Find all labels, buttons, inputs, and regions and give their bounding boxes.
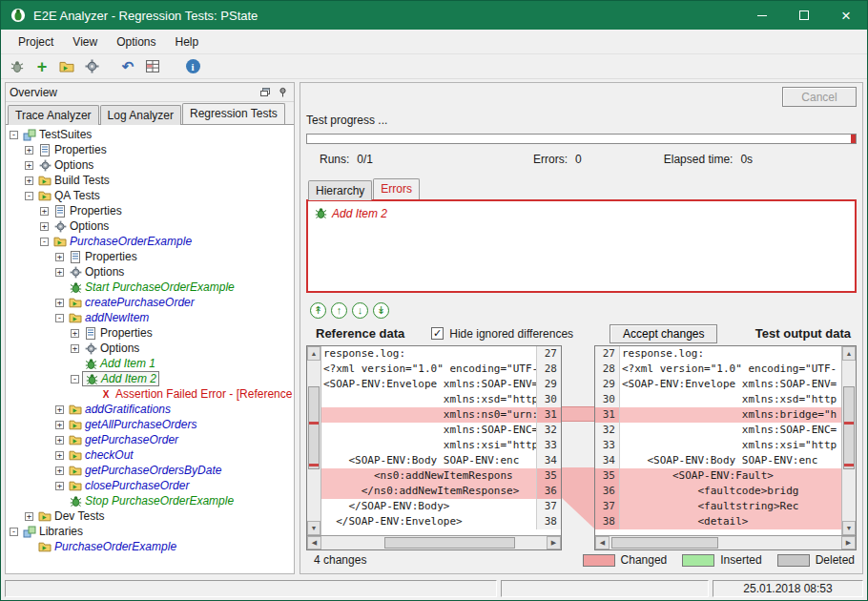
tree-expander-icon[interactable]: + [40,207,49,216]
tab-trace-analyzer[interactable]: Trace Analyzer [8,105,99,125]
diff-line-30[interactable]: 30 xmlns:xsd="http [595,392,841,407]
diff-line-33[interactable]: xmlns:xsi="http33 [321,438,561,453]
tree-expander-icon[interactable]: - [40,238,49,246]
tree-item-checkout[interactable]: +checkOut [6,447,294,463]
tree-expander-icon[interactable]: + [25,176,33,185]
tree-item-properties[interactable]: +Properties [6,203,294,218]
tab-regression-tests[interactable]: Regression Tests [182,103,285,124]
tree-expander-icon[interactable]: + [71,329,79,338]
tree-expander-icon[interactable]: + [25,512,33,521]
tree-item-testsuites[interactable]: -TestSuites [6,127,294,142]
reference-vertical-scrollbar[interactable]: ▲ ▼ [307,346,321,535]
tree-expander-icon[interactable]: + [40,222,49,231]
menu-item-view[interactable]: View [63,31,107,52]
tree-item-addnewitem[interactable]: -addNewItem [6,310,294,325]
tree-expander-icon[interactable]: + [55,268,64,277]
cancel-button[interactable]: Cancel [782,87,857,107]
tab-errors[interactable]: Errors [373,178,420,199]
scroll-up-icon[interactable]: ▲ [307,346,320,361]
tree-item-qa-tests[interactable]: -QA Tests [6,188,294,203]
add-icon[interactable]: + [31,56,52,77]
tree-item-start-purchaseorderexample[interactable]: Start PurchaseOrderExample [6,280,294,295]
output-horizontal-scrollbar[interactable]: ◀ ▶ [595,535,856,549]
float-window-icon[interactable] [258,86,273,99]
close-button[interactable]: × [825,1,867,30]
tab-log-analyzer[interactable]: Log Analyzer [100,105,181,125]
tree-item-build-tests[interactable]: +Build Tests [6,173,294,188]
diff-line-35[interactable]: <ns0:addNewItemRespons35 [321,468,561,484]
diff-line-36[interactable]: 36 <faultcode>bridg [595,484,841,499]
menu-item-help[interactable]: Help [166,31,209,52]
diff-line-37[interactable]: </SOAP-ENV:Body>37 [321,499,561,514]
tree-item-add-item-2[interactable]: -Add Item 2 [6,371,294,386]
tree-item-libraries[interactable]: -Libraries [6,524,294,539]
diff-line-27[interactable]: response.log:27 [321,346,561,362]
maximize-button[interactable] [783,1,825,30]
diff-line-34[interactable]: 34 <SOAP-ENV:Body SOAP-ENV:enc [595,453,841,468]
scroll-left-icon[interactable]: ◀ [307,536,321,549]
scroll-right-icon[interactable]: ▶ [841,536,856,549]
diff-line-32[interactable]: xmlns:SOAP-ENC=32 [321,423,561,438]
scroll-down-icon[interactable]: ▼ [842,521,856,535]
menu-item-options[interactable]: Options [107,31,165,52]
tree-expander-icon[interactable]: - [10,528,18,536]
diff-line-28[interactable]: 28<?xml version="1.0" encoding="UTF- [595,362,841,377]
tree-item-purchaseorderexample[interactable]: -PurchaseOrderExample [6,234,294,249]
scroll-down-icon[interactable]: ▼ [307,521,320,535]
tree-item-properties[interactable]: +Properties [6,325,294,341]
tree-item-getpurchaseorder[interactable]: +getPurchaseOrder [6,432,294,447]
tree-expander-icon[interactable]: + [25,146,33,155]
tree-item-createpurchaseorder[interactable]: +createPurchaseOrder [6,295,294,310]
tree-expander-icon[interactable]: + [55,253,64,261]
hide-ignored-checkbox[interactable]: ✓ [431,327,444,340]
tree-item-assertion-failed-error-reference[interactable]: XAssertion Failed Error - [Reference [6,386,294,402]
output-vertical-scrollbar[interactable]: ▲ ▼ [841,346,856,535]
scroll-right-icon[interactable]: ▶ [547,536,561,549]
diff-line-29[interactable]: 29<SOAP-ENV:Envelope xmlns:SOAP-ENV= [595,377,841,392]
tree-item-dev-tests[interactable]: +Dev Tests [6,508,294,524]
diff-line-33[interactable]: 33 xmlns:xsi="http [595,438,841,453]
diff-line-34[interactable]: <SOAP-ENV:Body SOAP-ENV:enc34 [321,453,561,468]
undo-icon[interactable]: ↶ [117,56,138,77]
first-change-icon[interactable]: ↟ [310,302,326,319]
tree-item-stop-purchaseorderexample[interactable]: Stop PurchaseOrderExample [6,493,294,508]
diff-line-38[interactable]: 38 <detail> [595,514,841,529]
diff-line-31[interactable]: xmlns:ns0="urn:31 [321,407,561,423]
tree-expander-icon[interactable]: - [71,375,79,383]
diff-line-30[interactable]: xmlns:xsd="http30 [321,392,561,407]
tab-hierarchy[interactable]: Hierarchy [308,180,372,200]
open-folder-icon[interactable] [56,56,77,77]
diff-line-36[interactable]: </ns0:addNewItemResponse>36 [321,484,561,499]
diff-line-38[interactable]: </SOAP-ENV:Envelope>38 [321,514,561,529]
scroll-left-icon[interactable]: ◀ [595,536,610,549]
tree-expander-icon[interactable]: + [55,299,64,307]
tree-expander-icon[interactable]: + [71,344,79,353]
tree-expander-icon[interactable]: + [55,436,64,445]
tree-expander-icon[interactable]: + [55,405,64,414]
error-list-item[interactable]: Add Item 2 [314,205,849,221]
tree-expander-icon[interactable]: - [55,314,64,322]
previous-change-icon[interactable]: ↑ [331,302,347,319]
diff-line-27[interactable]: 27response.log: [595,346,841,362]
tree-expander-icon[interactable]: + [55,451,64,460]
menu-item-project[interactable]: Project [9,31,63,52]
tree-item-options[interactable]: +Options [6,264,294,280]
tree-expander-icon[interactable]: + [55,482,64,490]
diff-table-icon[interactable] [142,56,163,77]
info-icon[interactable]: i [182,56,203,77]
minimize-button[interactable] [741,1,783,30]
diff-line-37[interactable]: 37 <faultstring>Rec [595,499,841,514]
tree-item-purchaseorderexample[interactable]: PurchaseOrderExample [6,539,294,554]
tree-expander-icon[interactable]: - [25,192,33,200]
last-change-icon[interactable]: ↡ [373,302,389,319]
scroll-up-icon[interactable]: ▲ [842,346,856,361]
diff-line-28[interactable]: <?xml version="1.0" encoding="UTF-28 [321,362,561,377]
tree-item-properties[interactable]: +Properties [6,249,294,264]
tree-item-addgratifications[interactable]: +addGratifications [6,402,294,417]
diff-line-35[interactable]: 35 <SOAP-ENV:Fault> [595,468,841,484]
tree-expander-icon[interactable]: + [55,466,64,475]
accept-changes-button[interactable]: Accept changes [610,324,717,343]
reference-horizontal-scrollbar[interactable]: ◀ ▶ [307,535,561,549]
tree-expander-icon[interactable]: - [10,131,18,139]
tree-expander-icon[interactable]: + [55,421,64,429]
